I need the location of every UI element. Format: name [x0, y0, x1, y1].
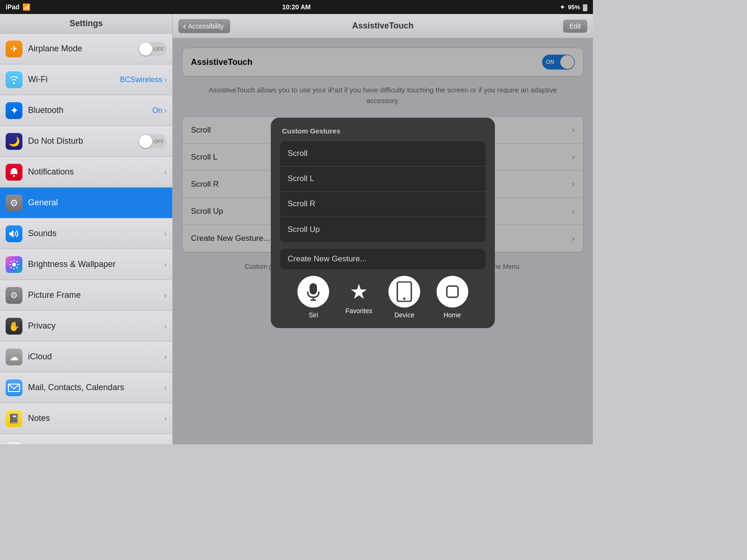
status-left: iPad 📶: [6, 3, 30, 11]
sidebar: Settings ✈ Airplane Mode Wi-Fi BCSwirele…: [0, 14, 173, 444]
battery-level: 95%: [568, 4, 580, 11]
brightness-chevron: ›: [164, 260, 167, 269]
svg-line-8: [16, 261, 17, 262]
general-label: General: [28, 198, 167, 208]
popup-gesture-scroll-l[interactable]: Scroll L: [280, 167, 486, 192]
privacy-label: Privacy: [28, 321, 164, 331]
wifi-chevron: ›: [164, 76, 167, 84]
popup-gesture-scroll-r-name: Scroll R: [288, 199, 478, 209]
privacy-icon: ✋: [6, 318, 22, 335]
create-gesture-row[interactable]: Create New Gesture...: [280, 249, 486, 269]
notifications-chevron: ›: [164, 168, 167, 176]
sidebar-item-notes[interactable]: 📓 Notes ›: [0, 403, 172, 434]
sounds-icon: [6, 225, 22, 242]
sidebar-item-privacy[interactable]: ✋ Privacy ›: [0, 311, 172, 342]
airplane-toggle[interactable]: [139, 42, 167, 56]
sidebar-title: Settings: [0, 14, 172, 34]
mail-chevron: ›: [164, 384, 167, 392]
svg-point-1: [12, 263, 16, 266]
popup-gesture-scroll[interactable]: Scroll: [280, 141, 486, 167]
home-circle: [437, 276, 468, 308]
nav-title: AssistiveTouch: [352, 21, 414, 31]
popup-gesture-scroll-name: Scroll: [288, 149, 478, 158]
privacy-chevron: ›: [164, 322, 167, 330]
svg-point-0: [13, 175, 15, 177]
popup-gesture-scroll-up[interactable]: Scroll Up: [280, 217, 486, 242]
svg-line-7: [16, 267, 17, 268]
sounds-chevron: ›: [164, 230, 167, 238]
notes-icon: 📓: [6, 410, 22, 427]
sidebar-item-airplane[interactable]: ✈ Airplane Mode: [0, 34, 172, 64]
notifications-icon: [6, 164, 22, 181]
bluetooth-chevron: ›: [164, 106, 167, 115]
bluetooth-value: On: [152, 106, 162, 115]
wifi-value: BCSwireless: [120, 76, 162, 84]
airplane-label: Airplane Mode: [28, 44, 139, 54]
ipad-label: iPad: [6, 3, 20, 11]
sidebar-item-icloud[interactable]: ☁ iCloud ›: [0, 342, 172, 372]
popup-menu: Custom Gestures Scroll Scroll L Scroll R: [271, 118, 495, 328]
pictureframe-chevron: ›: [164, 291, 167, 300]
sidebar-item-mail[interactable]: Mail, Contacts, Calendars ›: [0, 372, 172, 403]
sidebar-item-wifi[interactable]: Wi-Fi BCSwireless ›: [0, 64, 172, 95]
device-circle: [388, 276, 420, 308]
svg-point-15: [403, 297, 406, 300]
nav-bar: Accessibility AssistiveTouch Edit: [173, 14, 593, 38]
svg-rect-11: [310, 283, 317, 294]
device-label: Device: [395, 311, 415, 319]
popup-icon-siri[interactable]: Siri: [297, 276, 329, 319]
wifi-label: Wi-Fi: [28, 75, 120, 84]
bluetooth-status-icon: ✦: [560, 4, 565, 11]
back-button[interactable]: Accessibility: [178, 19, 230, 33]
bluetooth-icon: ✦: [6, 102, 22, 119]
create-gesture-label: Create New Gesture...: [288, 254, 478, 264]
sidebar-item-pictureframe[interactable]: ⚙ Picture Frame ›: [0, 280, 172, 311]
popup-gesture-scroll-r[interactable]: Scroll R: [280, 192, 486, 217]
reminders-icon: 📋: [6, 441, 22, 445]
sidebar-item-general[interactable]: ⚙ General: [0, 188, 172, 218]
dnd-toggle[interactable]: [139, 134, 167, 148]
popup-gesture-scroll-up-name: Scroll Up: [288, 225, 478, 234]
popup-icon-home[interactable]: Home: [437, 276, 468, 319]
airplane-icon: ✈: [6, 41, 22, 57]
popup-gesture-scroll-l-name: Scroll L: [288, 174, 478, 183]
mail-label: Mail, Contacts, Calendars: [28, 383, 164, 392]
sidebar-item-bluetooth[interactable]: ✦ Bluetooth On ›: [0, 95, 172, 126]
wifi-icon: 📶: [22, 3, 30, 11]
status-right: ✦ 95% ▓: [560, 4, 587, 11]
dnd-icon: 🌙: [6, 133, 22, 150]
sidebar-item-reminders[interactable]: 📋 Reminders ›: [0, 434, 172, 444]
popup-icon-device[interactable]: Device: [388, 276, 420, 319]
edit-button[interactable]: Edit: [563, 20, 587, 33]
notes-chevron: ›: [164, 414, 167, 423]
icloud-chevron: ›: [164, 353, 167, 361]
status-time: 10:20 AM: [282, 3, 311, 11]
sidebar-item-notifications[interactable]: Notifications ›: [0, 157, 172, 188]
sidebar-item-dnd[interactable]: 🌙 Do Not Disturb: [0, 126, 172, 157]
pictureframe-icon: ⚙: [6, 287, 22, 304]
siri-label: Siri: [309, 311, 318, 319]
svg-line-9: [11, 267, 12, 268]
popup-title: Custom Gestures: [280, 127, 486, 135]
content-scroll: AssistiveTouch ON AssistiveTouch allows …: [173, 38, 593, 444]
general-icon: ⚙: [6, 195, 22, 211]
popup-icons: Siri ★ Favorites: [280, 276, 486, 319]
battery-icon: ▓: [583, 4, 587, 11]
gesture-list: Scroll Scroll L Scroll R Scroll Up: [280, 141, 486, 242]
bluetooth-label: Bluetooth: [28, 105, 152, 115]
favorites-star: ★: [350, 280, 368, 303]
status-bar: iPad 📶 10:20 AM ✦ 95% ▓: [0, 0, 593, 14]
icloud-label: iCloud: [28, 352, 164, 362]
svg-line-6: [11, 261, 12, 262]
popup-overlay: Custom Gestures Scroll Scroll L Scroll R: [173, 38, 593, 444]
notes-label: Notes: [28, 413, 164, 423]
wifi-icon: [6, 71, 22, 88]
brightness-icon: [6, 256, 22, 273]
icloud-icon: ☁: [6, 349, 22, 365]
popup-icon-favorites[interactable]: ★ Favorites: [345, 280, 373, 315]
dnd-label: Do Not Disturb: [28, 136, 139, 146]
sidebar-item-brightness[interactable]: Brightness & Wallpaper ›: [0, 249, 172, 280]
sidebar-item-sounds[interactable]: Sounds ›: [0, 218, 172, 249]
siri-circle: [297, 276, 329, 308]
brightness-label: Brightness & Wallpaper: [28, 259, 164, 269]
